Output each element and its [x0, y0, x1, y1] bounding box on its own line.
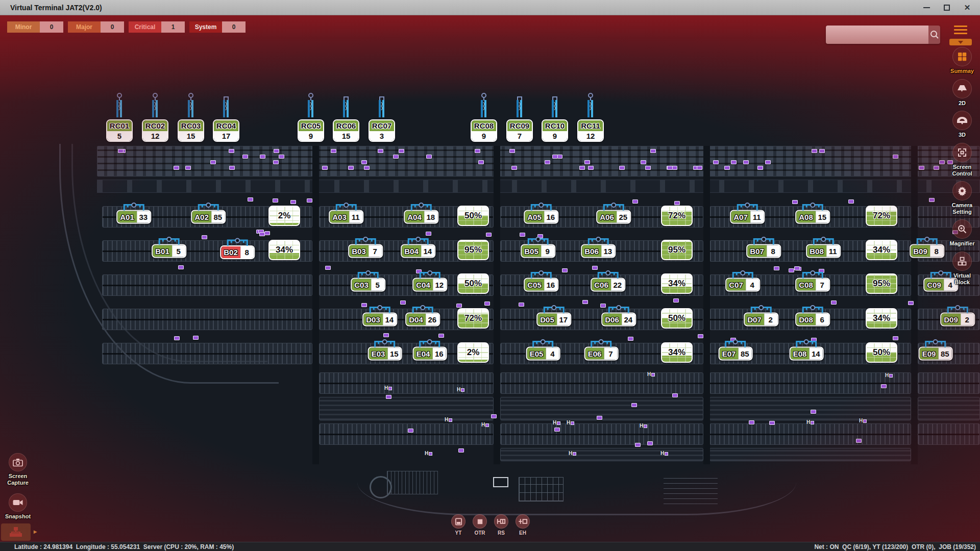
quay-crane-badge-rc11[interactable]: RC11 12 — [577, 93, 604, 142]
alarm-badge-system[interactable]: System 0 — [189, 21, 246, 33]
yard-block-badge-b04[interactable]: B04 14 — [401, 244, 435, 258]
block-occupancy-badge[interactable]: 34% — [268, 240, 300, 260]
quay-crane-badge-rc08[interactable]: RC08 9 — [471, 93, 497, 142]
alarm-badge-minor[interactable]: Minor 0 — [7, 21, 63, 33]
block-occupancy-badge[interactable]: 2% — [457, 342, 489, 363]
yard-block-badge-e07[interactable]: E07 85 — [719, 347, 753, 361]
yard-block-badge-c05[interactable]: C05 16 — [524, 278, 558, 292]
block-occupancy-badge[interactable]: 2% — [268, 206, 300, 226]
yard-block-badge-b02[interactable]: B02 8 — [220, 245, 255, 257]
yard-block-badge-c04[interactable]: C04 12 — [412, 278, 447, 292]
search-button[interactable] — [928, 26, 940, 44]
yard-block-badge-e03[interactable]: E03 15 — [368, 347, 402, 361]
occupancy-percent: 34% — [276, 245, 293, 255]
yard-block-badge-d03[interactable]: D03 14 — [362, 313, 397, 327]
yard-block-badge-b03[interactable]: B03 7 — [348, 244, 383, 258]
quay-crane-badge-rc07[interactable]: RC07 3 — [369, 93, 395, 142]
yard-block-badge-b05[interactable]: B05 9 — [521, 244, 555, 258]
yard-block-badge-d09[interactable]: D09 2 — [940, 313, 975, 327]
yard-block-badge-a02[interactable]: A02 85 — [191, 210, 226, 224]
minimize-button[interactable] — [920, 2, 933, 13]
yard-block-badge-e08[interactable]: E08 14 — [790, 347, 824, 361]
block-occupancy-badge[interactable]: 72% — [866, 206, 897, 226]
block-occupancy-badge[interactable]: 95% — [661, 240, 693, 260]
block-id: B04 — [402, 245, 421, 257]
quay-crane-badge-rc02[interactable]: RC02 12 — [142, 93, 168, 142]
equipment-filter-rs[interactable]: RS — [494, 514, 508, 536]
block-occupancy-badge[interactable]: 34% — [661, 342, 693, 363]
yard-block-badge-a01[interactable]: A01 33 — [116, 210, 151, 224]
yard-block-badge-b01[interactable]: B01 5 — [152, 244, 186, 258]
yard-block-badge-a05[interactable]: A05 16 — [524, 210, 558, 224]
quay-crane-badge-rc04[interactable]: RC04 17 — [213, 93, 239, 142]
search-input[interactable] — [826, 26, 928, 44]
yard-block-badge-b07[interactable]: B07 8 — [746, 244, 781, 258]
yard-block-badge-e06[interactable]: E06 7 — [584, 347, 619, 361]
yard-block-badge-d06[interactable]: D06 24 — [601, 313, 636, 327]
sidebar-item-label: Summay — [950, 68, 974, 74]
left-tool-snapshot[interactable]: Snapshot — [5, 493, 31, 520]
block-occupancy-badge[interactable]: 50% — [661, 308, 693, 329]
window-title: Virtual Terminal JAT2(V2.0) — [10, 4, 102, 12]
block-occupancy-badge[interactable]: 50% — [866, 342, 897, 363]
alarm-badge-critical[interactable]: Critical 1 — [129, 21, 185, 33]
block-occupancy-badge[interactable]: 50% — [457, 206, 489, 226]
sidebar-item-screen-control[interactable]: Screen Control — [946, 143, 978, 177]
yard-block-badge-c07[interactable]: C07 4 — [725, 278, 760, 292]
badge-layer: RC01 5 RC02 12 RC03 15 RC04 17 RC05 9 RC… — [0, 15, 980, 542]
yard-block-badge-b08[interactable]: B08 11 — [806, 244, 841, 258]
sidebar-item-camera-setting[interactable]: Camera Setting — [946, 181, 978, 215]
block-container-count: 85 — [738, 348, 751, 360]
yard-block-badge-c03[interactable]: C03 5 — [351, 278, 385, 292]
maximize-button[interactable] — [940, 2, 953, 13]
yard-block-badge-b06[interactable]: B06 13 — [581, 244, 616, 258]
block-container-count: 4 — [746, 279, 759, 291]
block-occupancy-badge[interactable]: 72% — [661, 206, 693, 226]
yard-block-badge-e05[interactable]: E05 4 — [526, 347, 560, 361]
block-occupancy-badge[interactable]: 34% — [866, 240, 897, 260]
yard-block-badge-a08[interactable]: A08 15 — [795, 210, 830, 224]
yard-block-badge-c06[interactable]: C06 22 — [591, 278, 625, 292]
sidebar-item-3d[interactable]: 3D — [952, 111, 972, 138]
hierarchy-tree-button[interactable]: ▸ — [1, 523, 31, 541]
close-button[interactable]: ✕ — [961, 2, 974, 13]
yard-block-badge-d07[interactable]: D07 2 — [744, 313, 778, 327]
alarm-badge-major[interactable]: Major 0 — [68, 21, 124, 33]
quay-crane-badge-rc10[interactable]: RC10 9 — [542, 93, 568, 142]
block-container-count: 7 — [369, 245, 382, 257]
block-occupancy-badge[interactable]: 95% — [457, 240, 489, 260]
yard-block-badge-a03[interactable]: A03 11 — [329, 210, 363, 224]
quay-crane-badge-rc09[interactable]: RC09 7 — [506, 93, 533, 142]
quay-crane-badge-rc03[interactable]: RC03 15 — [178, 93, 204, 142]
yard-block-badge-e04[interactable]: E04 16 — [413, 347, 447, 361]
quay-crane-badge-rc01[interactable]: RC01 5 — [106, 93, 133, 142]
left-tool-label: Snapshot — [5, 513, 31, 520]
block-occupancy-badge[interactable]: 34% — [661, 273, 693, 294]
sidebar-item-2d[interactable]: 2D — [952, 79, 972, 107]
sidebar-item-summay[interactable]: Summay — [950, 47, 974, 74]
hamburger-menu-button[interactable] — [949, 23, 972, 36]
yard-block-badge-a04[interactable]: A04 18 — [404, 210, 438, 224]
yard-block-badge-d05[interactable]: D05 17 — [536, 313, 571, 327]
block-occupancy-badge[interactable]: 95% — [866, 273, 897, 294]
block-occupancy-badge[interactable]: 72% — [457, 308, 489, 329]
yard-block-badge-d08[interactable]: D08 6 — [795, 313, 830, 327]
equipment-filter-yt[interactable]: YT — [451, 514, 465, 536]
block-occupancy-badge[interactable]: 50% — [457, 273, 489, 294]
block-occupancy-badge[interactable]: 34% — [866, 308, 897, 329]
left-tool-screen-capture[interactable]: Screen Capture — [1, 453, 35, 486]
sidebar-item-magnifier[interactable]: Magnifier — [950, 219, 975, 247]
equipment-filter-eh[interactable]: EH — [516, 514, 530, 536]
quay-crane-badge-rc06[interactable]: RC06 15 — [333, 93, 359, 142]
block-container-count: 6 — [816, 314, 829, 325]
quay-crane-badge-rc05[interactable]: RC05 9 — [298, 93, 324, 142]
yard-block-badge-d04[interactable]: D04 26 — [405, 313, 440, 327]
yard-block-badge-e09[interactable]: E09 85 — [919, 347, 953, 361]
sidebar-item-virtual-block[interactable]: Virtual Block — [946, 252, 978, 285]
menu-dropdown-button[interactable] — [949, 39, 972, 45]
yard-block-badge-b09[interactable]: B09 8 — [910, 244, 944, 258]
yard-block-badge-a06[interactable]: A06 25 — [596, 210, 631, 224]
equipment-filter-otr[interactable]: OTR — [473, 514, 487, 536]
yard-block-badge-c08[interactable]: C08 7 — [795, 278, 830, 292]
yard-block-badge-a07[interactable]: A07 11 — [730, 210, 765, 224]
